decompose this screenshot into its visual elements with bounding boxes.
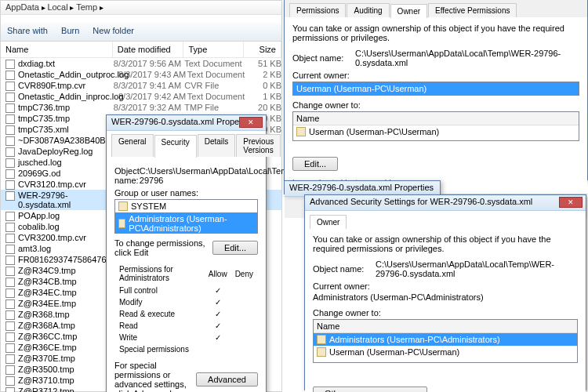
column-header[interactable]: Name Date modified Type Size [1,42,281,58]
file-icon [5,256,15,265]
file-icon [5,234,15,243]
share-button[interactable]: Share with [7,26,48,35]
change-owner-list[interactable]: Name Administrators (Userman-PC\Administ… [313,319,578,363]
tab-effective-permissions[interactable]: Effective Permissions [428,3,517,17]
file-icon [5,158,15,168]
allow-check: ✓ [205,332,230,343]
advanced-button[interactable]: Advanced [196,372,258,387]
list-item: Administrators (Userman-PC\Administrator… [115,212,257,234]
col-date[interactable]: Date modified [113,42,184,57]
file-icon [5,212,15,221]
file-icon [5,147,15,157]
table-row[interactable]: Onetastic_Addin_inproc.log8/3/2017 9:42 … [1,91,281,102]
owner-desc: You can take or assign ownership of this… [292,24,579,42]
deny-check [232,321,256,331]
file-icon [5,376,15,386]
tab-auditing[interactable]: Auditing [347,3,389,17]
col-name[interactable]: Name [1,42,113,57]
deny-check [232,309,256,319]
file-icon [5,82,15,91]
table-row[interactable]: CVR890F.tmp.cvr8/3/2017 9:41 AMCVR File0… [1,80,281,91]
file-icon [5,299,15,309]
file-icon [5,180,15,190]
perm-name: Full control [116,285,204,296]
perm-name: Write [116,332,204,343]
group-icon [118,219,125,228]
file-icon [5,169,15,179]
file-icon [5,136,15,146]
file-icon [5,191,15,201]
col-size[interactable]: Size [244,42,281,57]
tabstrip: General Security Details Previous Versio… [107,131,266,157]
user-icon [317,347,326,357]
other-users-button[interactable]: Other users or groups... [313,387,427,392]
file-icon [5,289,15,298]
file-icon [5,223,15,232]
allow-check: ✓ [205,285,230,296]
crumb[interactable]: Local [47,2,67,12]
col-type[interactable]: Type [183,42,243,57]
current-owner: Administrators (Userman-PC\Administrator… [313,291,578,303]
crumb[interactable]: Temp [76,2,97,12]
tab-permissions[interactable]: Permissions [289,3,346,17]
permissions-table: Permissions for AdministratorsAllowDeny … [114,262,258,356]
file-icon [5,60,15,69]
crumb[interactable]: AppData [5,2,39,12]
file-icon [5,245,15,254]
close-icon[interactable]: ✕ [559,197,583,208]
edit-button[interactable]: Edit... [292,157,338,171]
table-row[interactable]: dxdiag.txt8/3/2017 9:56 AMText Document5… [1,58,281,69]
tab-owner[interactable]: Owner [310,215,347,229]
advanced-security-settings-dialog: Advanced Security Settings for WER-29796… [304,194,586,390]
table-row[interactable]: Onetastic_Addin_outproc.log8/3/2017 9:43… [1,69,281,80]
current-owner[interactable]: Userman (Userman-PC\Userman) [296,84,426,93]
explorer-toolbar: Share with Burn New folder [1,23,281,42]
tab-security[interactable]: Security [154,135,197,158]
deny-check [232,344,256,354]
file-icon [5,321,15,331]
special-text: For special permissions or advanced sett… [114,361,191,392]
allow-check [205,344,230,354]
edit-button[interactable]: Edit... [212,241,258,255]
perm-name: Read & execute [116,309,204,319]
titlebar[interactable]: WER-29796-0.sysdata.xml Properties ✕ [107,115,266,131]
list-item: Userman (Userman-PC\Userman) [314,346,577,358]
group-icon [118,201,128,211]
tab-details[interactable]: Details [198,134,236,157]
change-perm-text: To change permissions, click Edit [114,238,212,257]
titlebar[interactable]: Advanced Security Settings for WER-29796… [305,195,586,211]
user-list[interactable]: SYSTEM Administrators (Userman-PC\Admini… [114,199,258,234]
file-icon [5,114,15,124]
list-item: SYSTEM [115,200,257,212]
file-icon [5,332,15,342]
newfolder-button[interactable]: New folder [93,26,134,35]
file-icon [5,71,15,80]
change-owner-list[interactable]: Name Userman (Userman-PC\Userman) [292,111,579,141]
advanced-security-owner-dialog: Permissions Auditing Owner Effective Per… [284,0,588,180]
deny-check [232,285,256,296]
file-icon [5,267,15,276]
user-icon [296,127,306,136]
object-name-label: Object name: [114,166,140,185]
group-icon [317,335,326,344]
deny-check [232,297,256,307]
file-icon [5,93,15,102]
file-icon [5,354,15,364]
tab-owner[interactable]: Owner [390,4,427,18]
file-icon [5,103,15,113]
perm-name: Modify [116,297,204,307]
allow-check: ✓ [205,309,230,319]
table-row[interactable]: tmpC736.tmp8/3/2017 9:32 AMTMP File20 KB [1,102,281,113]
title-text: WER-29796-0.sysdata.xml Properties [111,117,256,126]
allow-check: ✓ [205,297,230,307]
deny-check [232,332,256,343]
tab-previous-versions[interactable]: Previous Versions [236,134,281,157]
tab-general[interactable]: General [111,134,154,157]
group-users-label: Group or user names: [114,188,258,198]
file-icon [5,365,15,375]
burn-button[interactable]: Burn [61,26,79,35]
breadcrumb[interactable]: AppData ▸ Local ▸ Temp ▸ [1,1,281,15]
properties-dialog: WER-29796-0.sysdata.xml Properties ✕ Gen… [106,114,267,392]
file-icon [5,387,15,392]
close-icon[interactable]: ✕ [239,117,263,128]
